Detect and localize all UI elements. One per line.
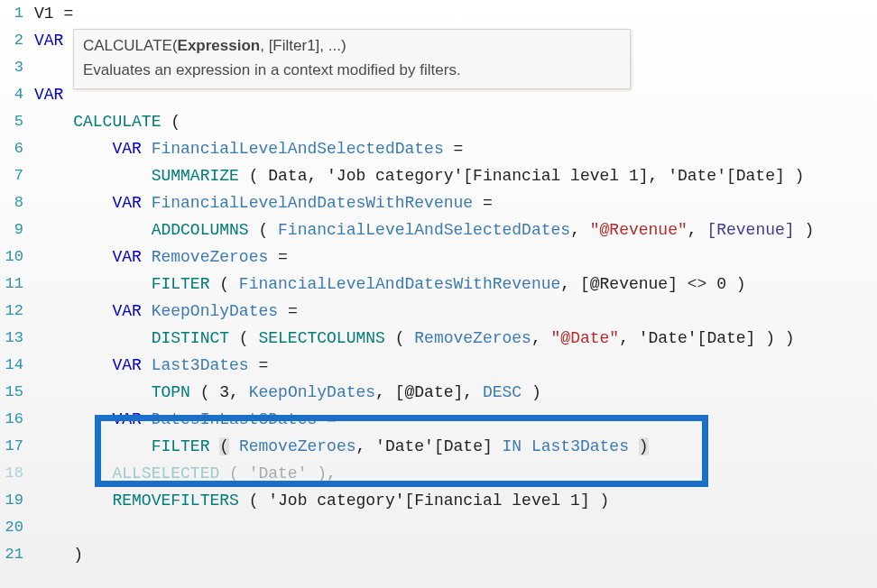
column-ref: 'Job category'[Financial level 1]: [268, 492, 589, 510]
variable-name: FinancialLevelAndSelectedDates: [152, 140, 444, 158]
open-paren: (: [239, 492, 268, 510]
function-filter: FILTER: [152, 437, 210, 455]
operator-neq: <>: [678, 275, 716, 293]
measure-ref: [@Date]: [395, 383, 464, 401]
comma: ,: [560, 275, 580, 293]
tooltip-description: Evaluates an expression in a context mod…: [83, 60, 621, 82]
column-ref: 'Date'[Date]: [375, 437, 493, 455]
open-paren: (: [209, 437, 238, 455]
equals: =: [444, 140, 464, 158]
tooltip-sig-suffix: , [Filter1], ...): [260, 37, 346, 54]
comma: ,: [375, 383, 395, 401]
equals-sign: =: [63, 5, 73, 23]
code-line[interactable]: 17 FILTER ( RemoveZeroes, 'Date'[Date] I…: [0, 433, 877, 460]
measure-name: V1: [34, 5, 54, 23]
measure-ref: [Revenue]: [706, 221, 794, 239]
function-removefilters: REMOVEFILTERS: [112, 492, 238, 510]
variable-ref: Last3Dates: [531, 437, 629, 455]
var-keyword: VAR: [34, 86, 63, 104]
var-keyword: VAR: [34, 32, 63, 50]
code-line[interactable]: 18 ALLSELECTED ( 'Date' ),: [0, 460, 877, 487]
column-ref: 'Date'[Date]: [639, 329, 756, 347]
comma: ,: [229, 383, 249, 401]
function-selectcolumns: SELECTCOLUMNS: [258, 329, 384, 347]
intellisense-tooltip: CALCULATE(Expression, [Filter1], ...) Ev…: [73, 29, 631, 89]
line-number: 17: [0, 433, 29, 460]
equals: =: [268, 248, 288, 266]
close-paren: ): [629, 437, 649, 455]
open-paren: (: [190, 383, 219, 401]
line-number: 16: [0, 406, 29, 433]
comma: ,: [463, 383, 483, 401]
close-paren: ) ): [755, 329, 794, 347]
desc-keyword: DESC: [483, 383, 522, 401]
string-literal: "@Date": [551, 329, 620, 347]
comma: ,: [649, 167, 669, 185]
line-number: 1: [0, 0, 29, 27]
function-topn: TOPN: [152, 383, 190, 401]
code-line[interactable]: 10 VAR RemoveZeroes =: [0, 243, 877, 271]
equals: =: [317, 410, 337, 428]
var-keyword: VAR: [112, 356, 141, 374]
line-number: 3: [0, 54, 29, 81]
paren: (: [161, 113, 180, 131]
open-paren: (: [229, 329, 258, 347]
code-line[interactable]: 9 ADDCOLUMNS ( FinancialLevelAndSelected…: [0, 216, 877, 243]
line-number: 5: [0, 108, 29, 135]
variable-name: Last3Dates: [152, 356, 249, 374]
variable-name: FinancialLevelAndDatesWithRevenue: [152, 194, 473, 212]
code-line[interactable]: 13 DISTINCT ( SELECTCOLUMNS ( RemoveZero…: [0, 325, 877, 352]
measure-ref: [@Revenue]: [580, 275, 678, 293]
close-paren: ): [73, 546, 83, 564]
variable-ref: RemoveZeroes: [414, 329, 531, 347]
number-literal: 3: [219, 383, 229, 401]
line-number: 9: [0, 216, 29, 243]
variable-ref: KeepOnlyDates: [249, 383, 375, 401]
variable-name: DatesInLast3Dates: [152, 410, 318, 428]
var-keyword: VAR: [112, 410, 141, 428]
column-ref: 'Job category'[Financial level 1]: [327, 167, 648, 185]
column-ref: 'Date': [249, 464, 308, 482]
line-number: 11: [0, 271, 29, 298]
code-line[interactable]: 15 TOPN ( 3, KeepOnlyDates, [@Date], DES…: [0, 379, 877, 406]
function-distinct: DISTINCT: [152, 329, 229, 347]
code-line[interactable]: 7 SUMMARIZE ( Data, 'Job category'[Finan…: [0, 162, 877, 189]
code-line[interactable]: 19 REMOVEFILTERS ( 'Job category'[Financ…: [0, 487, 877, 514]
open-paren: (: [385, 329, 414, 347]
code-line[interactable]: 21 ): [0, 541, 877, 568]
code-line[interactable]: 12 VAR KeepOnlyDates =: [0, 298, 877, 325]
variable-name: RemoveZeroes: [152, 248, 269, 266]
line-number: 14: [0, 352, 29, 379]
function-calculate: CALCULATE: [73, 113, 161, 131]
close-paren: ): [522, 383, 541, 401]
equals: =: [249, 356, 269, 374]
code-line[interactable]: 20: [0, 514, 877, 541]
tooltip-signature: CALCULATE(Expression, [Filter1], ...): [83, 35, 621, 58]
line-number: 15: [0, 379, 29, 406]
line-number: 7: [0, 162, 29, 189]
code-line[interactable]: 1 V1 =: [0, 0, 877, 27]
comma: ,: [356, 437, 376, 455]
line-number: 12: [0, 298, 29, 325]
function-summarize: SUMMARIZE: [152, 167, 239, 185]
open-paren: (: [219, 464, 248, 482]
code-line[interactable]: 8 VAR FinancialLevelAndDatesWithRevenue …: [0, 189, 877, 216]
var-keyword: VAR: [112, 302, 141, 320]
close-paren: ): [795, 221, 815, 239]
comma: ,: [688, 221, 707, 239]
comma: ,: [619, 329, 639, 347]
function-allselected: ALLSELECTED: [112, 464, 219, 482]
var-keyword: VAR: [112, 194, 141, 212]
equals: =: [278, 302, 298, 320]
code-line[interactable]: 6 VAR FinancialLevelAndSelectedDates =: [0, 135, 877, 162]
code-line[interactable]: 14 VAR Last3Dates =: [0, 352, 877, 379]
code-line[interactable]: 5 CALCULATE (: [0, 108, 877, 135]
variable-ref: FinancialLevelAndSelectedDates: [278, 221, 570, 239]
line-number: 4: [0, 81, 29, 108]
var-keyword: VAR: [112, 140, 141, 158]
code-line[interactable]: 16 VAR DatesInLast3Dates =: [0, 406, 877, 433]
close-paren: ): [590, 492, 610, 510]
close-paren: ): [785, 167, 805, 185]
function-addcolumns: ADDCOLUMNS: [152, 221, 249, 239]
code-line[interactable]: 11 FILTER ( FinancialLevelAndDatesWithRe…: [0, 271, 877, 298]
